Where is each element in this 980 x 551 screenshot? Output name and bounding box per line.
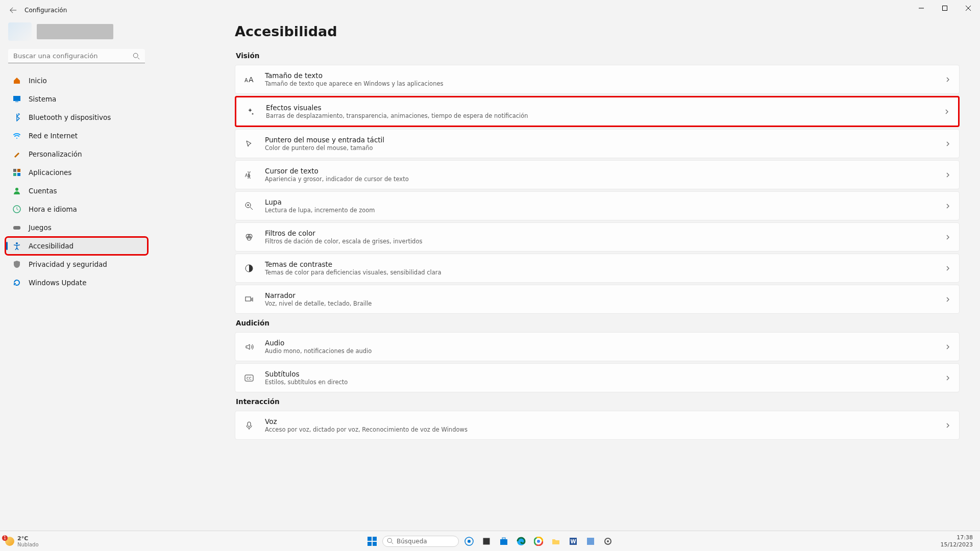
pointer-icon xyxy=(243,138,255,149)
chevron-right-icon xyxy=(945,422,951,429)
home-icon xyxy=(12,76,21,85)
chevron-right-icon xyxy=(945,141,951,147)
sidebar-item-label: Sistema xyxy=(29,95,56,103)
titlebar: Configuración xyxy=(0,0,980,20)
taskbar-search-label: Búsqueda xyxy=(397,538,427,545)
arrow-left-icon xyxy=(10,7,17,14)
chevron-right-icon xyxy=(945,296,951,303)
svg-rect-31 xyxy=(483,538,489,544)
card-desc: Lectura de lupa, incremento de zoom xyxy=(265,207,945,214)
app-edge[interactable] xyxy=(514,534,528,548)
svg-point-30 xyxy=(468,540,471,543)
app-chrome[interactable] xyxy=(531,534,546,548)
setting-card-pointer[interactable]: Puntero del mouse y entrada táctil Color… xyxy=(235,129,960,158)
sidebar-item-person[interactable]: Cuentas xyxy=(6,183,147,199)
textcursor-icon: Ab xyxy=(243,169,255,181)
avatar xyxy=(8,22,32,41)
bluetooth-icon xyxy=(12,113,21,122)
setting-card-sparkle[interactable]: Efectos visuales Barras de desplazamient… xyxy=(235,96,960,127)
setting-card-narrator[interactable]: Narrador Voz, nivel de detalle, teclado,… xyxy=(235,285,960,314)
copilot-button[interactable] xyxy=(462,534,476,548)
setting-card-colorfilter[interactable]: Filtros de color Filtros de dación de co… xyxy=(235,222,960,252)
chevron-right-icon xyxy=(944,109,950,115)
card-title: Voz xyxy=(265,417,945,425)
sidebar-item-gamepad[interactable]: Juegos xyxy=(6,219,147,236)
app-store[interactable] xyxy=(497,534,511,548)
magnify-icon xyxy=(243,201,255,212)
taskbar-search[interactable]: Búsqueda xyxy=(382,536,459,547)
svg-rect-42 xyxy=(587,538,594,545)
search-input[interactable] xyxy=(13,52,133,60)
weather-widget[interactable]: 2°C Nublado xyxy=(0,535,39,547)
app-settings[interactable] xyxy=(601,534,615,548)
sidebar-item-clock[interactable]: Hora e idioma xyxy=(6,201,147,217)
minimize-icon xyxy=(919,6,924,11)
search-box[interactable] xyxy=(8,49,145,63)
svg-text:Ab: Ab xyxy=(245,173,251,178)
sidebar-item-system[interactable]: Sistema xyxy=(6,91,147,107)
word-icon: W xyxy=(569,537,578,546)
taskview-button[interactable] xyxy=(479,534,494,548)
app-explorer[interactable] xyxy=(549,534,563,548)
card-title: Tamaño de texto xyxy=(265,71,945,80)
card-desc: Audio mono, notificaciones de audio xyxy=(265,347,945,355)
setting-card-magnify[interactable]: Lupa Lectura de lupa, incremento de zoom xyxy=(235,191,960,220)
chevron-right-icon xyxy=(945,172,951,178)
clock-date: 15/12/2023 xyxy=(941,541,973,548)
window-controls xyxy=(910,0,980,16)
weather-temp: 2°C xyxy=(17,535,39,542)
svg-rect-5 xyxy=(17,169,20,172)
sidebar-item-update[interactable]: Windows Update xyxy=(6,274,147,291)
app-word[interactable]: W xyxy=(566,534,580,548)
app-icon xyxy=(586,537,595,546)
card-text: Lupa Lectura de lupa, incremento de zoom xyxy=(265,198,945,214)
card-desc: Estilos, subtítulos en directo xyxy=(265,379,945,386)
back-button[interactable] xyxy=(4,1,22,19)
sidebar-item-home[interactable]: Inicio xyxy=(6,72,147,89)
shield-icon xyxy=(12,260,21,269)
svg-rect-24 xyxy=(368,537,372,541)
card-text: Filtros de color Filtros de dación de co… xyxy=(265,229,945,245)
system-tray[interactable]: 17:38 15/12/2023 xyxy=(941,534,980,547)
section-title: Interacción xyxy=(236,397,960,406)
sidebar-item-accessibility[interactable]: Accesibilidad xyxy=(6,238,147,254)
card-desc: Temas de color para deficiencias visuale… xyxy=(265,269,945,276)
card-desc: Voz, nivel de detalle, teclado, Braille xyxy=(265,300,945,307)
section-title: Audición xyxy=(236,319,960,327)
svg-rect-20 xyxy=(246,297,251,301)
chevron-right-icon xyxy=(945,344,951,350)
setting-card-cc[interactable]: CC Subtítulos Estilos, subtítulos en dir… xyxy=(235,363,960,392)
sidebar-item-bluetooth[interactable]: Bluetooth y dispositivos xyxy=(6,109,147,126)
person-icon xyxy=(12,186,21,195)
sidebar-item-wifi[interactable]: Red e Internet xyxy=(6,128,147,144)
sidebar-item-apps[interactable]: Aplicaciones xyxy=(6,164,147,181)
sidebar-item-label: Aplicaciones xyxy=(29,168,71,177)
sidebar-item-shield[interactable]: Privacidad y seguridad xyxy=(6,256,147,272)
clock-icon xyxy=(12,205,21,214)
close-button[interactable] xyxy=(957,0,980,16)
mic-icon xyxy=(243,420,255,431)
sidebar-item-brush[interactable]: Personalización xyxy=(6,146,147,162)
sidebar-item-label: Privacidad y seguridad xyxy=(29,260,107,268)
svg-point-11 xyxy=(16,242,18,244)
setting-card-audio[interactable]: Audio Audio mono, notificaciones de audi… xyxy=(235,332,960,361)
window-title: Configuración xyxy=(24,7,67,14)
app-misc1[interactable] xyxy=(583,534,598,548)
start-button[interactable] xyxy=(365,534,379,548)
accessibility-icon xyxy=(12,241,21,251)
section-title: Visión xyxy=(236,52,960,60)
account-header[interactable] xyxy=(6,20,147,49)
setting-card-textcursor[interactable]: Ab Cursor de texto Apariencia y grosor, … xyxy=(235,160,960,189)
svg-rect-6 xyxy=(13,173,16,176)
minimize-button[interactable] xyxy=(910,0,933,16)
sidebar-item-label: Inicio xyxy=(29,77,47,85)
card-text: Narrador Voz, nivel de detalle, teclado,… xyxy=(265,291,945,307)
svg-rect-26 xyxy=(368,542,372,546)
brush-icon xyxy=(12,149,21,159)
maximize-button[interactable] xyxy=(933,0,957,16)
setting-card-mic[interactable]: Voz Acceso por voz, dictado por voz, Rec… xyxy=(235,411,960,440)
setting-card-contrast[interactable]: Temas de contraste Temas de color para d… xyxy=(235,254,960,283)
search-icon xyxy=(387,538,394,544)
setting-card-textsize[interactable]: AA Tamaño de texto Tamaño de texto que a… xyxy=(235,65,960,94)
svg-rect-10 xyxy=(13,226,20,230)
